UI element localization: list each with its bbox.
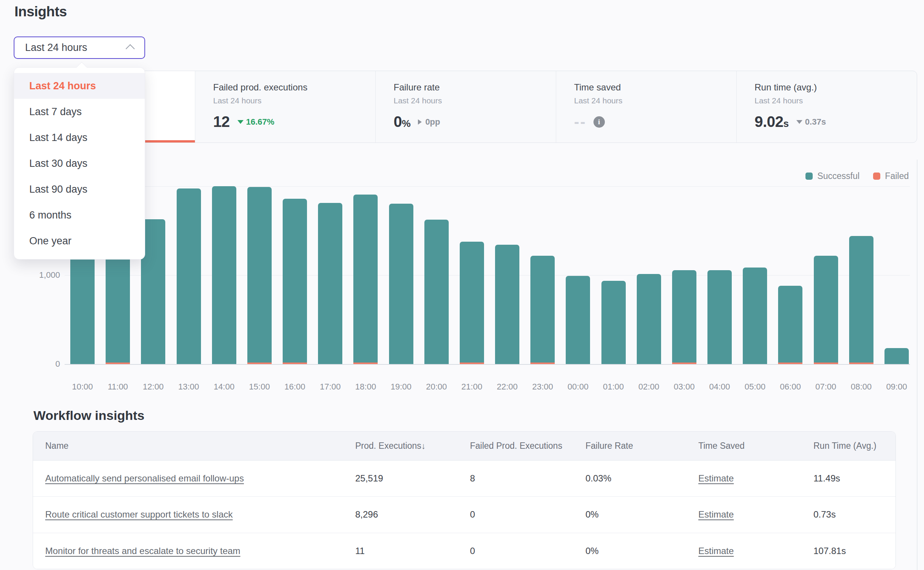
card-title: Failure rate bbox=[394, 82, 541, 93]
cell-time-saved: Estimate bbox=[686, 509, 801, 520]
card-delta-text: 16.67% bbox=[246, 117, 275, 127]
bar-02:00[interactable] bbox=[637, 274, 661, 364]
scrollbar-track[interactable] bbox=[917, 160, 918, 570]
x-axis-label-09:00: 09:00 bbox=[876, 382, 918, 392]
cell-failed_prod_executions: 0 bbox=[458, 509, 573, 520]
legend-item-failed[interactable]: Failed bbox=[873, 171, 909, 181]
workflow-name-cell: Automatically send personalised email fo… bbox=[33, 473, 343, 484]
bar-05:00[interactable] bbox=[743, 268, 767, 364]
bar-01:00[interactable] bbox=[601, 281, 626, 364]
bar-22:00[interactable] bbox=[495, 245, 519, 364]
workflow-link[interactable]: Monitor for threats and escalate to secu… bbox=[45, 546, 240, 556]
card-failed-prod-executions[interactable]: Failed prod. executions Last 24 hours 12… bbox=[195, 71, 375, 142]
menu-option-last-90-days[interactable]: Last 90 days bbox=[14, 176, 145, 202]
card-subtitle: Last 24 hours bbox=[394, 96, 541, 105]
summary-cards-row: Failed prod. executions Last 24 hours 12… bbox=[14, 71, 917, 143]
card-delta-text: 0pp bbox=[425, 117, 440, 127]
bar-10:00[interactable] bbox=[70, 244, 95, 364]
card-title: Time saved bbox=[574, 82, 721, 93]
card-run-time-avg[interactable]: Run time (avg.) Last 24 hours 9.02s 0.37… bbox=[736, 71, 917, 142]
bar-failed-segment bbox=[460, 363, 484, 364]
estimate-link[interactable]: Estimate bbox=[698, 546, 734, 556]
cell-failed_prod_executions: 0 bbox=[458, 546, 573, 556]
card-title: Run time (avg.) bbox=[755, 82, 902, 93]
bar-18:00[interactable] bbox=[353, 195, 378, 364]
chart-legend: Successful Failed bbox=[805, 171, 909, 181]
chevron-up-icon bbox=[126, 44, 135, 53]
bar-16:00[interactable] bbox=[283, 199, 307, 364]
card-delta: 0.37s bbox=[796, 117, 826, 127]
gridline-2000 bbox=[65, 186, 910, 187]
bar-00:00[interactable] bbox=[566, 276, 590, 364]
cell-failure_rate: 0% bbox=[573, 546, 686, 556]
card-delta: 16.67% bbox=[237, 117, 275, 127]
table-row: Route critical customer support tickets … bbox=[33, 497, 896, 533]
cell-failure_rate: 0% bbox=[573, 509, 686, 520]
bar-failed-segment bbox=[283, 363, 307, 364]
bar-14:00[interactable] bbox=[212, 186, 236, 364]
period-select[interactable]: Last 24 hours bbox=[14, 36, 145, 59]
bar-21:00[interactable] bbox=[460, 242, 484, 364]
estimate-link[interactable]: Estimate bbox=[698, 473, 734, 483]
menu-option-one-year[interactable]: One year bbox=[14, 228, 145, 254]
card-subtitle: Last 24 hours bbox=[574, 96, 721, 105]
y-axis-tick-0: 0 bbox=[14, 359, 60, 369]
executions-bar-chart: 01,00010:0011:0012:0013:0014:0015:0016:0… bbox=[65, 186, 910, 364]
column-header-prod-executions[interactable]: Prod. Executions↓ bbox=[343, 441, 458, 451]
column-header-run-time-avg-[interactable]: Run Time (Avg.) bbox=[801, 441, 896, 451]
bar-04:00[interactable] bbox=[707, 270, 732, 364]
x-axis-line bbox=[65, 364, 910, 365]
workflow-insights-table: NameProd. Executions↓Failed Prod. Execut… bbox=[33, 431, 896, 569]
column-header-failed-prod-executions[interactable]: Failed Prod. Executions bbox=[458, 441, 573, 451]
cell-prod_executions: 8,296 bbox=[343, 509, 458, 520]
cell-run-time: 11.49s bbox=[801, 473, 896, 484]
bar-07:00[interactable] bbox=[814, 256, 838, 364]
bar-09:00[interactable] bbox=[884, 348, 909, 364]
card-value-unit: % bbox=[402, 118, 411, 129]
page-title: Insights bbox=[14, 4, 67, 20]
table-header-row: NameProd. Executions↓Failed Prod. Execut… bbox=[33, 432, 896, 461]
bar-17:00[interactable] bbox=[318, 203, 342, 364]
legend-item-successful[interactable]: Successful bbox=[805, 171, 859, 181]
bar-failed-segment bbox=[247, 363, 272, 364]
bar-08:00[interactable] bbox=[849, 236, 873, 364]
card-value: 0% bbox=[394, 113, 410, 130]
bar-failed-segment bbox=[778, 363, 802, 364]
column-header-failure-rate[interactable]: Failure Rate bbox=[573, 441, 686, 451]
period-select-value: Last 24 hours bbox=[25, 42, 87, 54]
bar-06:00[interactable] bbox=[778, 286, 802, 364]
cell-prod_executions: 11 bbox=[343, 546, 458, 556]
info-icon[interactable]: i bbox=[593, 116, 605, 128]
card-value: 9.02s bbox=[755, 113, 789, 130]
triangle-down-icon bbox=[237, 120, 244, 124]
bar-19:00[interactable] bbox=[389, 204, 413, 364]
menu-option-6-months[interactable]: 6 months bbox=[14, 202, 145, 228]
workflow-link[interactable]: Automatically send personalised email fo… bbox=[45, 473, 244, 483]
bar-03:00[interactable] bbox=[672, 270, 696, 364]
bar-15:00[interactable] bbox=[247, 187, 272, 364]
card-failure-rate[interactable]: Failure rate Last 24 hours 0% 0pp bbox=[375, 71, 556, 142]
cell-run-time: 0.73s bbox=[801, 509, 896, 520]
bar-20:00[interactable] bbox=[424, 220, 449, 364]
workflow-link[interactable]: Route critical customer support tickets … bbox=[45, 509, 233, 519]
menu-caret bbox=[76, 62, 87, 73]
card-delta: 0pp bbox=[418, 117, 440, 127]
column-header-name[interactable]: Name bbox=[33, 441, 343, 451]
card-time-saved[interactable]: Time saved Last 24 hours -- i bbox=[556, 71, 736, 142]
legend-swatch-successful bbox=[805, 173, 813, 180]
estimate-link[interactable]: Estimate bbox=[698, 509, 734, 519]
y-axis-tick-1,000: 1,000 bbox=[14, 270, 60, 280]
bar-failed-segment bbox=[849, 363, 873, 364]
menu-option-last-14-days[interactable]: Last 14 days bbox=[14, 125, 145, 150]
cell-failure_rate: 0.03% bbox=[573, 473, 686, 484]
card-subtitle: Last 24 hours bbox=[213, 96, 360, 105]
menu-option-last-7-days[interactable]: Last 7 days bbox=[14, 99, 145, 125]
triangle-down-icon bbox=[796, 120, 802, 124]
bar-failed-segment bbox=[353, 363, 378, 364]
column-header-time-saved[interactable]: Time Saved bbox=[686, 441, 801, 451]
card-delta-text: 0.37s bbox=[805, 117, 826, 127]
menu-option-last-30-days[interactable]: Last 30 days bbox=[14, 150, 145, 176]
bar-23:00[interactable] bbox=[530, 256, 555, 364]
bar-13:00[interactable] bbox=[177, 188, 201, 364]
menu-option-last-24-hours[interactable]: Last 24 hours bbox=[14, 73, 145, 99]
